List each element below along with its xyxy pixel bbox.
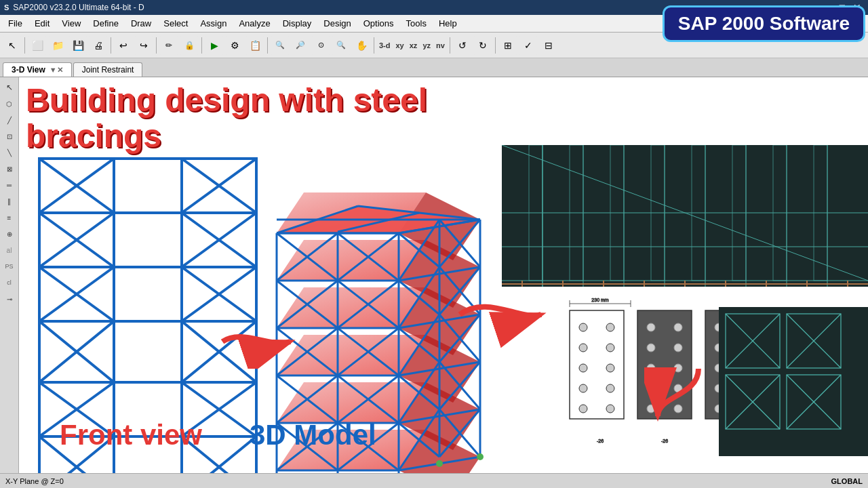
left-tool-13[interactable]: cl [2, 275, 17, 290]
left-tool-12[interactable]: PS [2, 259, 17, 274]
grid-toggle[interactable]: ⊞ [498, 36, 517, 55]
sep7 [450, 37, 450, 54]
menu-tools[interactable]: Tools [401, 17, 432, 30]
arrow-to-corner [644, 362, 712, 432]
app-icon: S [4, 3, 9, 12]
left-tool-10[interactable]: ⊕ [2, 226, 17, 241]
status-bar: X-Y Plane @ Z=0 GLOBAL [0, 473, 868, 488]
run-modal[interactable]: 📋 [245, 36, 264, 55]
redo-button[interactable]: ↪ [134, 36, 153, 55]
sep5 [267, 37, 268, 54]
left-tool-4[interactable]: ⊡ [2, 129, 17, 144]
menu-select[interactable]: Select [158, 17, 193, 30]
title-bar-left: S SAP2000 v23.2.0 Ultimate 64-bit - D [4, 3, 144, 12]
sep4 [201, 37, 202, 54]
menu-analyze[interactable]: Analyze [233, 17, 275, 30]
svg-point-182 [606, 405, 614, 413]
menu-file[interactable]: File [3, 17, 28, 30]
menu-assign[interactable]: Assign [195, 17, 232, 30]
lock-button[interactable]: 🔒 [180, 36, 199, 55]
svg-point-185 [674, 323, 682, 331]
menu-design[interactable]: Design [318, 17, 356, 30]
canvas-area[interactable]: Building design with steel bracings [19, 77, 868, 473]
check-button[interactable]: ✓ [519, 36, 538, 55]
svg-point-175 [579, 344, 587, 352]
left-tool-3[interactable]: ╱ [2, 113, 17, 127]
sap-badge-text: SAP 2000 Software [678, 13, 850, 34]
svg-point-173 [579, 323, 587, 331]
menu-options[interactable]: Options [358, 17, 399, 30]
left-tool-8[interactable]: ‖ [2, 194, 17, 209]
svg-text:-26: -26 [661, 439, 668, 443]
menu-help[interactable]: Help [433, 17, 462, 30]
view-3d-button[interactable]: 3-d [377, 41, 393, 49]
arrow-3d-to-wireframe [453, 281, 548, 351]
corner-3d-svg [719, 307, 868, 456]
svg-point-184 [647, 323, 655, 331]
shrink-button[interactable]: ⊟ [539, 36, 558, 55]
left-tool-2[interactable]: ⬡ [2, 96, 17, 111]
left-tool-9[interactable]: ≡ [2, 210, 17, 225]
open-button[interactable]: 📁 [48, 36, 67, 55]
zoom-window-button[interactable]: 🔍 [271, 36, 290, 55]
svg-point-174 [606, 323, 614, 331]
main-layout: ↖ ⬡ ╱ ⊡ ╲ ⊠ ═ ‖ ≡ ⊕ al PS cl ⊸ Building … [0, 77, 868, 473]
pan-button[interactable]: ✋ [352, 36, 371, 55]
rotate-left-button[interactable]: ↺ [453, 36, 472, 55]
left-tool-5[interactable]: ╲ [2, 145, 17, 160]
arrow-front-to-3d [216, 314, 297, 371]
draw-tool[interactable]: ✏ [159, 36, 178, 55]
svg-text:-26: -26 [597, 439, 604, 443]
status-text: X-Y Plane @ Z=0 [5, 477, 64, 485]
left-tool-7[interactable]: ═ [2, 178, 17, 192]
svg-point-181 [579, 405, 587, 413]
svg-point-180 [606, 384, 614, 392]
svg-point-177 [579, 364, 587, 372]
menu-draw[interactable]: Draw [125, 17, 157, 30]
building-title: Building design with steel bracings [26, 83, 487, 155]
corner-3d-wireframe [719, 307, 868, 456]
undo-button[interactable]: ↩ [114, 36, 133, 55]
tab-3d-view-label: 3-D View [12, 65, 45, 75]
sep3 [156, 37, 157, 54]
run-options-button[interactable]: ⚙ [225, 36, 244, 55]
zoom-out-button[interactable]: 🔍 [332, 36, 351, 55]
tab-3d-view-close[interactable]: ▼✕ [50, 66, 63, 75]
zoom-in-button[interactable]: 🔎 [291, 36, 310, 55]
view-xz-button[interactable]: xz [408, 41, 420, 49]
tab-joint-restraint[interactable]: Joint Restraint [73, 62, 143, 77]
menu-edit[interactable]: Edit [29, 17, 55, 30]
tab-3d-view[interactable]: 3-D View ▼✕ [3, 62, 72, 77]
left-tool-11[interactable]: al [2, 243, 17, 258]
print-button[interactable]: 🖨 [89, 36, 108, 55]
select-pointer[interactable]: ↖ [2, 80, 17, 95]
view-yz-button[interactable]: yz [420, 41, 433, 49]
run-button[interactable]: ▶ [205, 36, 224, 55]
svg-point-125 [477, 453, 484, 460]
zoom-restore-button[interactable]: ⊙ [311, 36, 330, 55]
menu-define[interactable]: Define [87, 17, 124, 30]
svg-point-179 [579, 384, 587, 392]
sep8 [495, 37, 496, 54]
sep2 [111, 37, 111, 54]
left-tool-14[interactable]: ⊸ [2, 291, 17, 306]
menu-display[interactable]: Display [277, 17, 317, 30]
menu-view[interactable]: View [56, 17, 86, 30]
pointer-tool[interactable]: ↖ [3, 36, 22, 55]
new-button[interactable]: ⬜ [28, 36, 47, 55]
front-view-label: Front view [60, 419, 202, 451]
left-toolbar: ↖ ⬡ ╱ ⊡ ╲ ⊠ ═ ‖ ≡ ⊕ al PS cl ⊸ [0, 77, 19, 473]
svg-point-124 [436, 460, 443, 467]
left-tool-6[interactable]: ⊠ [2, 161, 17, 176]
rotate-right-button[interactable]: ↻ [473, 36, 492, 55]
save-button[interactable]: 💾 [68, 36, 87, 55]
model-3d-label: 3D Model [250, 419, 376, 451]
svg-point-178 [606, 364, 614, 372]
svg-text:230 mm: 230 mm [591, 298, 608, 302]
svg-point-186 [647, 344, 655, 352]
view-nv-button[interactable]: nv [434, 41, 447, 49]
app-title: SAP2000 v23.2.0 Ultimate 64-bit - D [13, 3, 144, 12]
view-xy-button[interactable]: xy [394, 41, 406, 49]
svg-point-176 [606, 344, 614, 352]
tab-area: 3-D View ▼✕ Joint Restraint [0, 58, 868, 77]
